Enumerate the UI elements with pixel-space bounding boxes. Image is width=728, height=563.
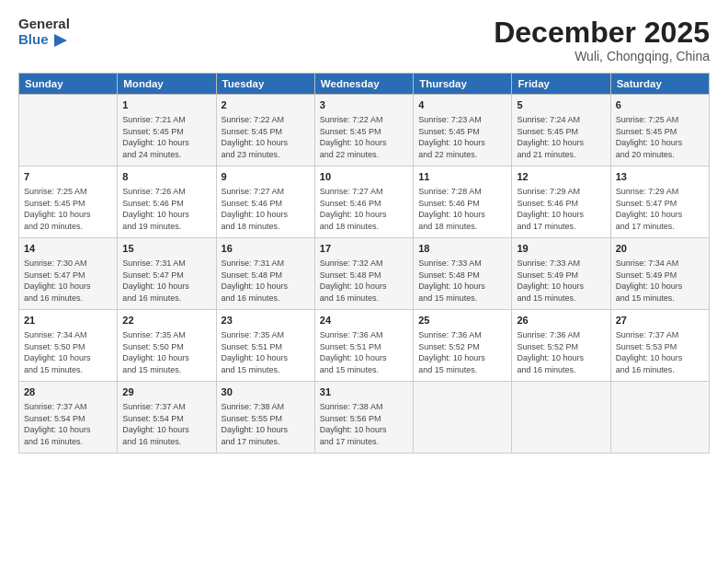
title-block: December 2025 Wuli, Chongqing, China — [494, 17, 710, 63]
cell-text: Sunset: 5:50 PM — [122, 341, 210, 353]
cell-text: Sunrise: 7:35 AM — [222, 329, 310, 341]
header-row: Sunday Monday Tuesday Wednesday Thursday… — [19, 74, 710, 95]
day-number: 14 — [24, 242, 112, 256]
cell-text: Sunset: 5:47 PM — [24, 270, 112, 282]
cell-text: Daylight: 10 hours — [222, 352, 310, 364]
week-row-2: 7Sunrise: 7:25 AMSunset: 5:45 PMDaylight… — [19, 167, 710, 238]
cell-text: Sunrise: 7:35 AM — [122, 329, 210, 341]
cell-text: and 22 minutes. — [320, 149, 408, 161]
day-number: 4 — [418, 98, 506, 112]
table-row: 15Sunrise: 7:31 AMSunset: 5:47 PMDayligh… — [118, 238, 216, 310]
cell-text: Daylight: 10 hours — [222, 424, 310, 436]
day-number: 25 — [418, 314, 506, 327]
col-friday: Friday — [512, 74, 610, 95]
cell-text: Sunrise: 7:34 AM — [24, 329, 112, 341]
table-row — [610, 382, 709, 454]
table-row — [512, 382, 610, 454]
cell-text: Daylight: 10 hours — [24, 209, 112, 221]
table-row: 6Sunrise: 7:25 AMSunset: 5:45 PMDaylight… — [610, 95, 709, 167]
cell-text: Sunset: 5:48 PM — [320, 270, 408, 282]
cell-text: Sunset: 5:46 PM — [418, 198, 506, 210]
cell-text: Sunset: 5:46 PM — [222, 198, 310, 210]
day-number: 1 — [122, 98, 210, 112]
calendar-page: General Blue December 2025 Wuli, Chongqi… — [0, 0, 728, 563]
cell-text: Sunset: 5:45 PM — [24, 198, 112, 210]
table-row — [414, 382, 512, 454]
table-row: 25Sunrise: 7:36 AMSunset: 5:52 PMDayligh… — [414, 310, 512, 382]
cell-text: Daylight: 10 hours — [320, 137, 408, 149]
cell-text: and 24 minutes. — [122, 149, 210, 161]
cell-text: Daylight: 10 hours — [616, 352, 704, 364]
cell-text: Sunset: 5:46 PM — [122, 198, 210, 210]
cell-text: Daylight: 10 hours — [122, 209, 210, 221]
cell-text: Sunset: 5:45 PM — [320, 126, 408, 138]
day-number: 29 — [122, 385, 210, 399]
cell-text: Sunset: 5:54 PM — [122, 413, 210, 425]
table-row: 18Sunrise: 7:33 AMSunset: 5:48 PMDayligh… — [414, 238, 512, 310]
cell-text: Daylight: 10 hours — [517, 209, 605, 221]
cell-text: and 15 minutes. — [222, 364, 310, 376]
table-row: 14Sunrise: 7:30 AMSunset: 5:47 PMDayligh… — [19, 238, 118, 310]
cell-text: Sunset: 5:55 PM — [222, 413, 310, 425]
table-row: 31Sunrise: 7:38 AMSunset: 5:56 PMDayligh… — [314, 382, 413, 454]
logo: General Blue — [18, 17, 70, 49]
table-row: 11Sunrise: 7:28 AMSunset: 5:46 PMDayligh… — [414, 167, 512, 238]
location: Wuli, Chongqing, China — [494, 49, 710, 63]
cell-text: Daylight: 10 hours — [418, 352, 506, 364]
cell-text: Sunrise: 7:21 AM — [122, 114, 210, 126]
cell-text: Sunrise: 7:33 AM — [418, 258, 506, 270]
cell-text: Daylight: 10 hours — [320, 352, 408, 364]
day-number: 20 — [616, 242, 704, 256]
col-sunday: Sunday — [19, 74, 118, 95]
logo-general: General — [18, 17, 70, 32]
col-thursday: Thursday — [414, 74, 512, 95]
cell-text: and 16 minutes. — [122, 436, 210, 448]
cell-text: Daylight: 10 hours — [517, 281, 605, 293]
cell-text: and 20 minutes. — [616, 149, 704, 161]
cell-text: Daylight: 10 hours — [122, 281, 210, 293]
cell-text: Daylight: 10 hours — [222, 281, 310, 293]
cell-text: Sunrise: 7:30 AM — [24, 258, 112, 270]
cell-text: Sunrise: 7:34 AM — [616, 258, 704, 270]
cell-text: Daylight: 10 hours — [320, 209, 408, 221]
cell-text: and 15 minutes. — [418, 364, 506, 376]
table-row: 2Sunrise: 7:22 AMSunset: 5:45 PMDaylight… — [216, 95, 314, 167]
day-number: 10 — [320, 170, 408, 184]
cell-text: and 16 minutes. — [122, 293, 210, 304]
cell-text: Sunset: 5:54 PM — [24, 413, 112, 425]
day-number: 5 — [517, 98, 605, 112]
week-row-5: 28Sunrise: 7:37 AMSunset: 5:54 PMDayligh… — [19, 382, 710, 454]
day-number: 24 — [320, 314, 408, 327]
cell-text: and 17 minutes. — [616, 221, 704, 233]
table-row: 16Sunrise: 7:31 AMSunset: 5:48 PMDayligh… — [216, 238, 314, 310]
col-wednesday: Wednesday — [314, 74, 413, 95]
week-row-3: 14Sunrise: 7:30 AMSunset: 5:47 PMDayligh… — [19, 238, 710, 310]
cell-text: and 16 minutes. — [320, 293, 408, 304]
day-number: 16 — [222, 242, 310, 256]
cell-text: Sunrise: 7:38 AM — [320, 401, 408, 413]
cell-text: Sunset: 5:47 PM — [122, 270, 210, 282]
cell-text: and 16 minutes. — [616, 364, 704, 376]
cell-text: Sunrise: 7:27 AM — [320, 186, 408, 198]
cell-text: Sunrise: 7:29 AM — [517, 186, 605, 198]
cell-text: Sunset: 5:53 PM — [616, 341, 704, 353]
cell-text: and 15 minutes. — [320, 364, 408, 376]
cell-text: and 16 minutes. — [517, 364, 605, 376]
cell-text: Sunrise: 7:36 AM — [517, 329, 605, 341]
cell-text: Sunrise: 7:23 AM — [418, 114, 506, 126]
table-row: 1Sunrise: 7:21 AMSunset: 5:45 PMDaylight… — [118, 95, 216, 167]
cell-text: Sunset: 5:49 PM — [517, 270, 605, 282]
table-row: 9Sunrise: 7:27 AMSunset: 5:46 PMDaylight… — [216, 167, 314, 238]
table-row: 27Sunrise: 7:37 AMSunset: 5:53 PMDayligh… — [610, 310, 709, 382]
cell-text: Sunset: 5:45 PM — [517, 126, 605, 138]
table-row: 10Sunrise: 7:27 AMSunset: 5:46 PMDayligh… — [314, 167, 413, 238]
cell-text: Daylight: 10 hours — [222, 137, 310, 149]
day-number: 9 — [222, 170, 310, 184]
cell-text: and 17 minutes. — [517, 221, 605, 233]
cell-text: Sunrise: 7:33 AM — [517, 258, 605, 270]
table-row: 8Sunrise: 7:26 AMSunset: 5:46 PMDaylight… — [118, 167, 216, 238]
week-row-1: 1Sunrise: 7:21 AMSunset: 5:45 PMDaylight… — [19, 95, 710, 167]
cell-text: Sunrise: 7:37 AM — [24, 401, 112, 413]
cell-text: Sunrise: 7:22 AM — [320, 114, 408, 126]
table-row: 21Sunrise: 7:34 AMSunset: 5:50 PMDayligh… — [19, 310, 118, 382]
